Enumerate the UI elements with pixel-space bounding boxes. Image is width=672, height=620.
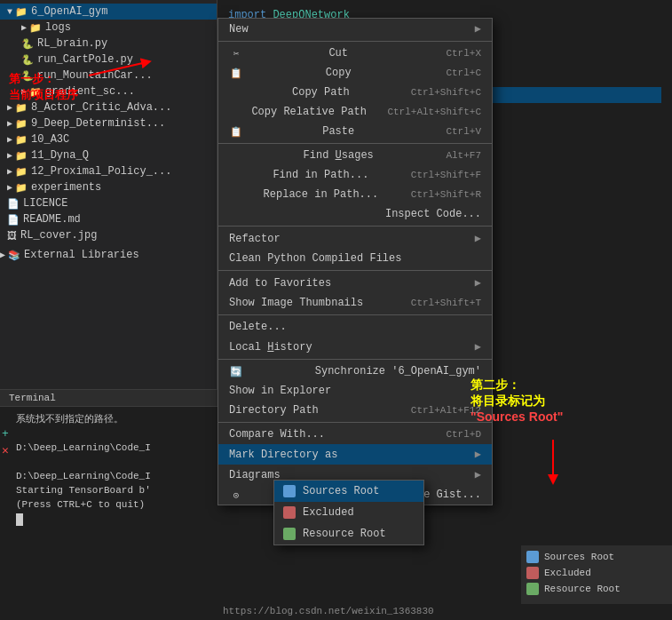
folder-arrow: ▶ <box>7 150 12 161</box>
tree-item-a3c[interactable]: ▶ 📁 10_A3C <box>0 131 217 147</box>
tree-item-logs[interactable]: ▶ 📁 logs <box>0 20 217 36</box>
legend-label: Sources Root <box>544 552 614 562</box>
menu-item-label: Diagrams <box>229 469 281 481</box>
menu-item-label: Show Image Thumbnails <box>229 297 363 309</box>
folder-arrow: ▶ <box>7 166 12 177</box>
folder-arrow: ▼ <box>7 7 12 17</box>
terminal-panel: Terminal + ✕ 系统找不到指定的路径。 D:\Deep_Learnin… <box>0 389 217 620</box>
menu-item-new[interactable]: New ▶ <box>218 19 492 39</box>
add-terminal-button[interactable]: + <box>2 427 9 441</box>
menu-item-copy-relative-path[interactable]: Copy Relative Path Ctrl+Alt+Shift+C <box>218 102 492 122</box>
terminal-line: D:\Deep_Learning\Code_I <box>16 441 210 455</box>
menu-item-inspect-code[interactable]: Inspect Code... <box>218 204 492 224</box>
menu-item-directory-path[interactable]: Directory Path Ctrl+Alt+F12 <box>218 401 492 420</box>
menu-item-label: Compare With... <box>229 428 325 441</box>
sync-icon: 🔄 <box>229 366 243 378</box>
legend-item-resource: Resource Root <box>526 583 667 595</box>
folder-icon: 📁 <box>15 118 28 130</box>
paste-icon: 📋 <box>229 126 243 138</box>
menu-item-replace-in-path[interactable]: Replace in Path... Ctrl+Shift+R <box>218 185 492 204</box>
menu-item-copy[interactable]: 📋 Copy Ctrl+C <box>218 63 492 83</box>
python-icon: 🐍 <box>21 38 34 50</box>
menu-separator <box>218 270 492 271</box>
terminal-tab[interactable]: Terminal <box>0 390 217 407</box>
tree-item-dyna-q[interactable]: ▶ 📁 11_Dyna_Q <box>0 147 217 163</box>
tree-item-label: 11_Dyna_Q <box>31 149 89 162</box>
menu-item-label: Show in Explorer <box>229 385 331 397</box>
menu-item-find-usages[interactable]: Find Usages Alt+F7 <box>218 146 492 165</box>
menu-item-synchronize[interactable]: 🔄 Synchronize '6_OpenAI_gym' <box>218 362 492 381</box>
annotation-arrow1 <box>84 53 155 80</box>
tree-item-label: 12_Proximal_Policy_... <box>31 165 171 178</box>
tree-item-readme[interactable]: 📄 README.md <box>0 211 217 227</box>
menu-item-compare-with[interactable]: Compare With... Ctrl+D <box>218 425 492 444</box>
menu-separator <box>218 314 492 315</box>
menu-item-delete[interactable]: Delete... <box>218 317 492 337</box>
tree-item-deep-det[interactable]: ▶ 📁 9_Deep_Determinist... <box>0 115 217 131</box>
shortcut: Ctrl+Shift+C <box>411 87 481 98</box>
menu-item-paste[interactable]: 📋 Paste Ctrl+V <box>218 122 492 141</box>
legend-item-excluded: Excluded <box>526 567 667 579</box>
terminal-line: 系统找不到指定的路径。 <box>16 412 210 426</box>
submenu-item-label: Excluded <box>303 506 354 519</box>
menu-item-show-explorer[interactable]: Show in Explorer <box>218 381 492 401</box>
close-terminal-button[interactable]: ✕ <box>2 443 9 457</box>
menu-item-label: New <box>229 23 249 36</box>
menu-item-copy-path[interactable]: Copy Path Ctrl+Shift+C <box>218 83 492 102</box>
folder-arrow: ▶ <box>7 134 12 145</box>
legend-item-sources: Sources Root <box>526 551 667 563</box>
menu-item-label: Clean Python Compiled Files <box>229 252 401 265</box>
sources-root-icon <box>283 485 296 497</box>
terminal-line: (Press CTRL+C to quit) <box>16 497 210 512</box>
menu-item-label: Copy <box>326 67 352 79</box>
menu-item-label: Cut <box>328 47 348 60</box>
menu-item-mark-directory[interactable]: Mark Directory as ▶ <box>218 444 492 465</box>
menu-item-refactor[interactable]: Refactor ▶ <box>218 228 492 249</box>
submenu-item-excluded[interactable]: Excluded <box>274 502 423 523</box>
menu-item-label: Paste <box>322 125 354 138</box>
menu-separator <box>218 226 492 227</box>
tree-item-proximal[interactable]: ▶ 📁 12_Proximal_Policy_... <box>0 163 217 179</box>
legend-panel: Sources Root Excluded Resource Root <box>521 545 672 604</box>
annotation-step2-desc: 将目录标记为 <box>470 393 563 409</box>
tree-item-label: experiments <box>31 181 101 194</box>
menu-item-clean-compiled[interactable]: Clean Python Compiled Files <box>218 249 492 268</box>
shortcut: Alt+F7 <box>446 150 481 161</box>
terminal-line: D:\Deep_Learning\Code_I <box>16 469 210 483</box>
menu-item-add-favorites[interactable]: Add to Favorites ▶ <box>218 273 492 293</box>
file-icon: 📄 <box>7 198 20 210</box>
cut-icon: ✂ <box>229 48 243 60</box>
menu-item-local-history[interactable]: Local History ▶ <box>218 337 492 357</box>
menu-item-show-thumbnails[interactable]: Show Image Thumbnails Ctrl+Shift+T <box>218 293 492 313</box>
menu-item-label: Delete... <box>229 321 287 333</box>
menu-item-cut[interactable]: ✂ Cut Ctrl+X <box>218 44 492 63</box>
menu-item-label: Mark Directory as <box>229 449 337 461</box>
menu-separator <box>218 143 492 144</box>
shortcut: Ctrl+Alt+Shift+C <box>387 107 481 117</box>
submenu-mark-directory: Sources Root Excluded Resource Root <box>273 480 424 545</box>
annotation-step2-highlight: "Sources Root" <box>470 409 563 424</box>
shortcut: Ctrl+Shift+R <box>411 189 481 200</box>
submenu-arrow: ▶ <box>475 22 481 36</box>
submenu-item-sources-root[interactable]: Sources Root <box>274 481 423 502</box>
tree-item-licence[interactable]: 📄 LICENCE <box>0 195 217 211</box>
tree-item-root[interactable]: ▼ 📁 6_OpenAI_gym <box>0 4 217 20</box>
tree-item-cover[interactable]: 🖼 RL_cover.jpg <box>0 227 217 243</box>
copy-icon: 📋 <box>229 68 243 79</box>
menu-separator <box>218 359 492 360</box>
terminal-line <box>16 426 210 441</box>
menu-separator <box>218 41 492 42</box>
resource-root-icon <box>283 528 296 540</box>
file-icon: 📄 <box>7 214 20 226</box>
submenu-arrow: ▶ <box>475 340 481 354</box>
gist-icon: ⊙ <box>229 489 243 501</box>
menu-item-label: Copy Relative Path <box>251 106 367 118</box>
menu-item-find-in-path[interactable]: Find in Path... Ctrl+Shift+F <box>218 165 492 185</box>
folder-icon: 📁 <box>15 134 28 146</box>
menu-item-label: Directory Path <box>229 404 319 417</box>
tree-item-experiments[interactable]: ▶ 📁 experiments <box>0 179 217 195</box>
annotation-step1-label: 第一步： <box>9 71 78 87</box>
tree-item-rl-brain[interactable]: 🐍 RL_brain.py <box>0 36 217 52</box>
tree-item-external-libs[interactable]: ▶ 📚 External Libraries <box>0 247 217 263</box>
submenu-item-resource-root[interactable]: Resource Root <box>274 523 423 544</box>
